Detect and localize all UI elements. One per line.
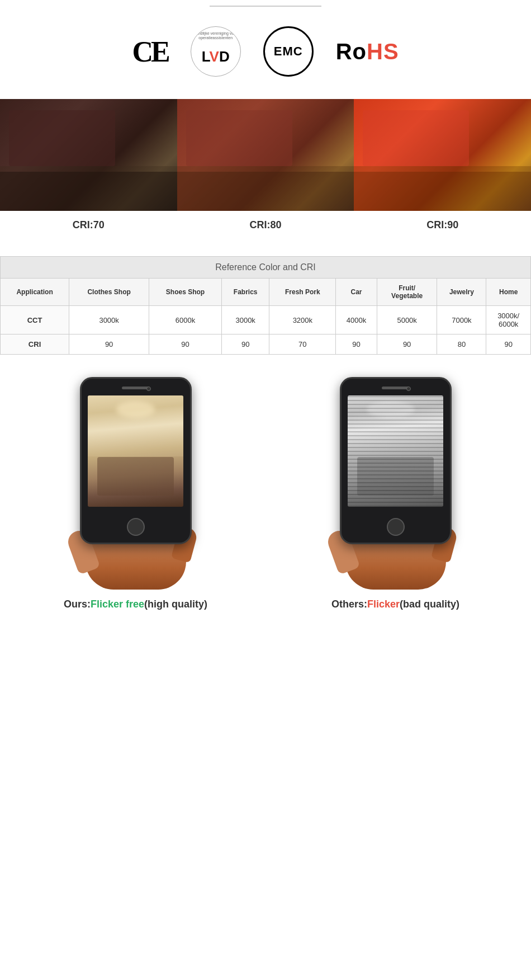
flicker-item-others: Others:Flicker(bad quality) bbox=[271, 377, 520, 610]
cri-pork: 70 bbox=[269, 334, 336, 355]
cri-clothes: 90 bbox=[69, 334, 149, 355]
cct-shoes: 6000k bbox=[149, 306, 222, 334]
certifications-section: CE landlijke vereniging van operatieassi… bbox=[0, 10, 531, 93]
flicker-item-ours: Ours:Flicker free(high quality) bbox=[11, 377, 260, 610]
phone-camera-others bbox=[406, 387, 411, 391]
table-title: Reference Color and CRI bbox=[1, 257, 531, 279]
cct-fruit: 5000k bbox=[377, 306, 437, 334]
row-label-cri: CRI bbox=[1, 334, 69, 355]
cct-pork: 3200k bbox=[269, 306, 336, 334]
table-title-row: Reference Color and CRI bbox=[1, 257, 531, 279]
cri-images-row: CRI:70 CRI:80 CRI:90 bbox=[0, 99, 531, 234]
cct-home: 3000k/6000k bbox=[486, 306, 531, 334]
flicker-images-row: Ours:Flicker free(high quality) bbox=[0, 377, 531, 610]
table-column-headers: Application Clothes Shop Shoes Shop Fabr… bbox=[1, 279, 531, 306]
table-row-cri: CRI 90 90 90 70 90 90 80 90 bbox=[1, 334, 531, 355]
flicker-others-prefix: Others: bbox=[331, 599, 367, 610]
cri-comparison-section: CRI:70 CRI:80 CRI:90 bbox=[0, 93, 531, 245]
cri-label-80: CRI:80 bbox=[250, 216, 282, 234]
cct-jewelry: 7000k bbox=[437, 306, 486, 334]
cri-item-90: CRI:90 bbox=[354, 99, 531, 234]
col-header-shoes: Shoes Shop bbox=[149, 279, 222, 306]
phone-screen-others bbox=[348, 395, 443, 507]
flicker-comparison-section: Ours:Flicker free(high quality) bbox=[0, 366, 531, 616]
flicker-label-others: Others:Flicker(bad quality) bbox=[331, 599, 459, 610]
flicker-ours-suffix: (high quality) bbox=[144, 599, 207, 610]
cri-image-70 bbox=[0, 99, 177, 211]
cri-car: 90 bbox=[336, 334, 377, 355]
reference-table: Reference Color and CRI Application Clot… bbox=[0, 256, 531, 355]
cri-image-80 bbox=[177, 99, 354, 211]
flicker-label-ours: Ours:Flicker free(high quality) bbox=[64, 599, 207, 610]
cri-label-90: CRI:90 bbox=[426, 216, 458, 234]
phone-camera-ours bbox=[146, 387, 151, 391]
col-header-clothes: Clothes Shop bbox=[69, 279, 149, 306]
rohs-logo: RoHS bbox=[336, 39, 399, 64]
ce-logo: CE bbox=[132, 35, 168, 68]
emc-logo: EMC bbox=[263, 26, 314, 77]
reference-table-section: Reference Color and CRI Application Clot… bbox=[0, 245, 531, 366]
col-header-fruit: Fruit/Vegetable bbox=[377, 279, 437, 306]
phone-screen-ours bbox=[88, 395, 183, 507]
top-divider bbox=[210, 6, 321, 7]
lvd-small-text: landlijke vereniging van operatieassiste… bbox=[193, 31, 238, 41]
cct-clothes: 3000k bbox=[69, 306, 149, 334]
col-header-pork: Fresh Pork bbox=[269, 279, 336, 306]
cct-car: 4000k bbox=[336, 306, 377, 334]
flicker-others-suffix: (bad quality) bbox=[400, 599, 459, 610]
cri-fabrics: 90 bbox=[221, 334, 269, 355]
cri-home: 90 bbox=[486, 334, 531, 355]
rohs-hs: HS bbox=[367, 39, 399, 64]
table-row-cct: CCT 3000k 6000k 3000k 3200k 4000k 5000k … bbox=[1, 306, 531, 334]
col-header-home: Home bbox=[486, 279, 531, 306]
cri-shoes: 90 bbox=[149, 334, 222, 355]
col-header-car: Car bbox=[336, 279, 377, 306]
lvd-text: LVD bbox=[202, 48, 230, 65]
lvd-logo: landlijke vereniging van operatieassiste… bbox=[191, 26, 241, 77]
cct-fabrics: 3000k bbox=[221, 306, 269, 334]
col-header-jewelry: Jewelry bbox=[437, 279, 486, 306]
col-header-fabrics: Fabrics bbox=[221, 279, 269, 306]
phone-home-others bbox=[387, 518, 405, 536]
flicker-ours-highlight: Flicker free bbox=[91, 599, 144, 610]
cri-jewelry: 80 bbox=[437, 334, 486, 355]
flicker-ours-prefix: Ours: bbox=[64, 599, 91, 610]
row-label-cct: CCT bbox=[1, 306, 69, 334]
cri-image-90 bbox=[354, 99, 531, 211]
cri-label-70: CRI:70 bbox=[73, 216, 105, 234]
flicker-others-highlight: Flicker bbox=[367, 599, 400, 610]
col-header-application: Application bbox=[1, 279, 69, 306]
cri-fruit: 90 bbox=[377, 334, 437, 355]
phone-home-ours bbox=[127, 518, 145, 536]
phone-speaker-others bbox=[382, 387, 410, 389]
cri-item-80: CRI:80 bbox=[177, 99, 354, 234]
phone-speaker-ours bbox=[122, 387, 150, 389]
cri-item-70: CRI:70 bbox=[0, 99, 177, 234]
